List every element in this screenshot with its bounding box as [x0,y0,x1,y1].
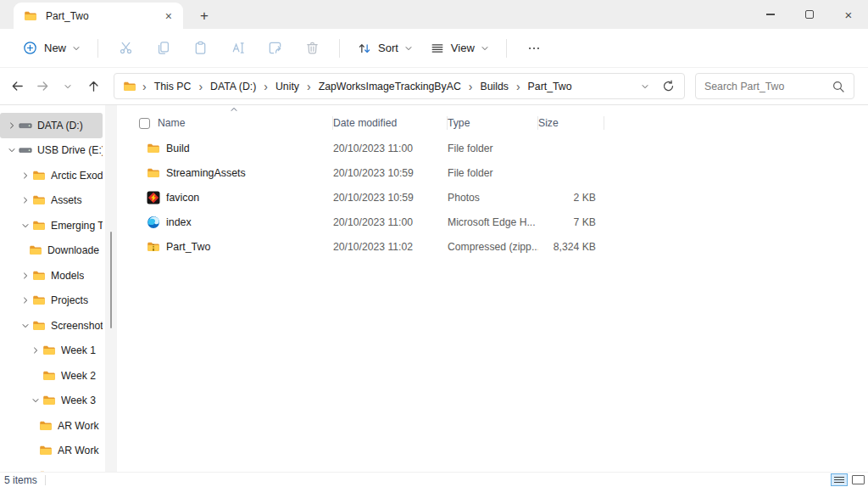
up-button[interactable] [81,74,105,99]
rename-button[interactable] [219,35,256,62]
sidebar-item-week-1[interactable]: Week 1 [0,339,103,364]
folder-icon [42,369,56,383]
sidebar-item-ar-work-2[interactable]: AR Work [0,439,103,464]
zapworks-favicon-icon [147,191,160,204]
column-header-size[interactable]: Size [538,113,604,133]
sidebar-item-projects[interactable]: Projects [0,288,103,314]
more-options-button[interactable] [515,35,553,62]
address-bar[interactable]: › This PC › DATA (D:) › Unity › ZapWorks… [114,73,685,99]
breadcrumb-zapworks[interactable]: ZapWorksImageTrackingByAC [317,79,463,94]
tab-bar: Part_Two × + × [0,0,868,29]
maximize-icon [805,10,814,19]
search-icon [832,80,845,93]
column-header-type[interactable]: Type [448,113,538,133]
search-input[interactable] [704,81,832,92]
select-all-checkbox[interactable] [139,118,150,129]
navigation-bar: › This PC › DATA (D:) › Unity › ZapWorks… [0,68,868,105]
file-row-streamingassets[interactable]: StreamingAssets 20/10/2023 10:59 File fo… [117,160,868,185]
recent-locations-button[interactable] [56,74,80,99]
chevron-right-icon[interactable] [19,296,32,305]
sidebar-item-models[interactable]: Models [0,263,103,288]
clipboard-icon [192,40,209,56]
back-button[interactable] [5,74,29,99]
sidebar-item-data-d[interactable]: DATA (D:) [0,113,103,138]
chevron-down-icon [404,44,413,53]
sidebar-scrollbar-track[interactable] [105,105,117,472]
details-view-toggle[interactable] [831,473,848,486]
folder-icon [32,269,46,283]
toolbar-divider [339,39,340,58]
sidebar-scrollbar-thumb[interactable] [110,232,113,328]
cut-button[interactable] [107,35,144,62]
breadcrumb-part-two[interactable]: Part_Two [526,79,574,94]
search-box[interactable] [695,73,854,99]
close-window-button[interactable]: × [829,0,868,29]
refresh-icon[interactable] [661,79,676,93]
sidebar-item-screenshots[interactable]: Screenshots [0,313,103,339]
large-icons-view-toggle[interactable] [852,475,865,484]
chevron-down-icon[interactable] [19,322,32,330]
chevron-down-icon[interactable] [19,221,32,230]
folder-icon [32,294,46,307]
chevron-right-icon[interactable] [19,271,32,280]
folder-icon [32,219,46,232]
paste-button[interactable] [181,35,219,62]
folder-icon [147,142,160,155]
sidebar-item-emerging-tech[interactable]: Emerging Tec [0,213,103,238]
file-row-part-two-zip[interactable]: Part_Two 20/10/2023 11:02 Compressed (zi… [117,234,868,259]
view-button[interactable]: View [421,35,498,62]
sidebar-item-assets[interactable]: Assets [0,188,103,214]
delete-button[interactable] [293,35,331,62]
navigation-pane: DATA (D:) USB Drive (E:) Arctic Exodu As… [0,105,117,472]
chevron-right-icon[interactable] [29,346,42,355]
new-tab-button[interactable]: + [200,8,209,23]
maximize-button[interactable] [790,0,829,29]
sort-button[interactable]: Sort [348,35,421,62]
arrow-up-icon [86,79,101,93]
plus-circle-icon [22,40,38,56]
sidebar-item-week-3[interactable]: Week 3 [0,389,103,414]
folder-icon [32,319,46,333]
chevron-right-icon[interactable] [19,196,32,204]
sidebar-item-arctic-exodus[interactable]: Arctic Exodu [0,163,103,188]
sidebar-item-ar-work-1[interactable]: AR Work [0,413,103,439]
folder-icon [39,444,53,457]
status-bar: 5 items [0,472,868,487]
sidebar-item-usb-drive-e[interactable]: USB Drive (E:) [0,138,103,164]
breadcrumb-data-d[interactable]: DATA (D:) [209,79,258,94]
share-button[interactable] [256,35,293,62]
breadcrumb-builds[interactable]: Builds [478,79,510,94]
chevron-right-icon[interactable] [5,121,19,130]
arrow-left-icon [10,79,25,93]
explorer-tab[interactable]: Part_Two × [14,3,183,29]
copy-button[interactable] [144,35,181,62]
file-row-favicon[interactable]: favicon 20/10/2023 10:59 Photos 2 KB [117,185,868,210]
command-toolbar: New Sort View [0,29,868,68]
file-rows: Build 20/10/2023 11:00 File folder Strea… [117,136,868,259]
chevron-down-icon[interactable] [29,396,42,405]
share-icon [267,40,283,56]
address-dropdown-chevron-icon[interactable] [641,82,649,91]
chevron-down-icon[interactable] [5,146,19,154]
sidebar-item-week-2[interactable]: Week 2 [0,363,103,389]
minimize-button[interactable] [751,0,790,29]
folder-icon [123,80,136,93]
chevron-right-icon[interactable] [19,171,32,180]
file-list-pane: Name Date modified Type Size Build 20/10… [117,105,868,472]
column-header-name[interactable]: Name [117,113,333,133]
file-row-index[interactable]: index 20/10/2023 11:00 Microsoft Edge H.… [117,210,868,234]
column-header-date-modified[interactable]: Date modified [333,113,448,133]
new-button[interactable]: New [14,35,89,62]
breadcrumb-unity[interactable]: Unity [274,79,301,94]
minimize-icon [766,14,775,14]
close-tab-icon[interactable]: × [159,8,178,25]
breadcrumb-this-pc[interactable]: This PC [153,79,193,94]
sidebar-item-downloaded[interactable]: Downloade [0,238,103,264]
drive-icon [19,143,32,157]
folder-icon [29,244,42,257]
folder-icon [42,344,56,357]
sidebar-item-ar-work-3-partial[interactable]: AR Work [0,463,103,472]
forward-button[interactable] [31,74,54,99]
file-row-build[interactable]: Build 20/10/2023 11:00 File folder [117,136,868,160]
view-lines-icon [430,41,445,56]
